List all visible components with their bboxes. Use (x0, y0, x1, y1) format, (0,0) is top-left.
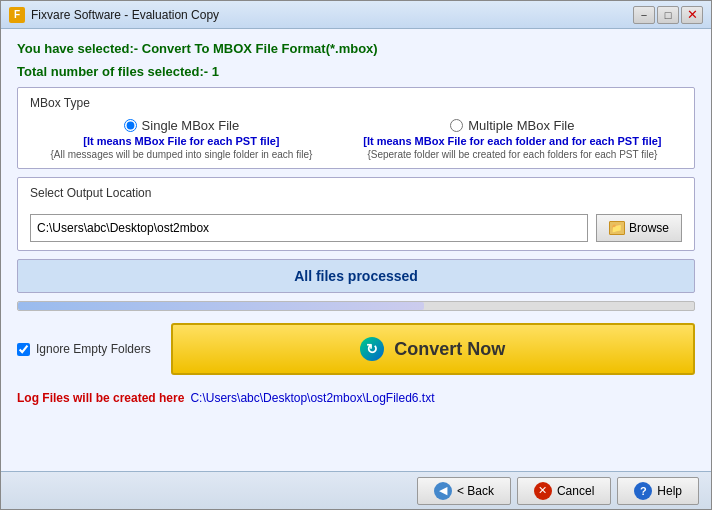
status-text: All files processed (294, 268, 418, 284)
log-section: Log Files will be created here C:\Users\… (17, 387, 695, 409)
progress-bar-fill (18, 302, 424, 310)
browse-label: Browse (629, 221, 669, 235)
close-button[interactable]: ✕ (681, 6, 703, 24)
status-bar: All files processed (17, 259, 695, 293)
single-mbox-radio[interactable] (124, 119, 137, 132)
cancel-label: Cancel (557, 484, 594, 498)
window-title: Fixvare Software - Evaluation Copy (31, 8, 633, 22)
ignore-empty-folders-label: Ignore Empty Folders (36, 342, 151, 356)
main-window: F Fixvare Software - Evaluation Copy − □… (0, 0, 712, 510)
minimize-button[interactable]: − (633, 6, 655, 24)
help-label: Help (657, 484, 682, 498)
actions-row: Ignore Empty Folders ↻ Convert Now (17, 319, 695, 379)
app-icon: F (9, 7, 25, 23)
main-content: You have selected:- Convert To MBOX File… (1, 29, 711, 471)
multiple-mbox-radio[interactable] (450, 119, 463, 132)
mbox-type-section: MBox Type Single MBox File [It means MBo… (17, 87, 695, 169)
title-bar: F Fixvare Software - Evaluation Copy − □… (1, 1, 711, 29)
log-path-link[interactable]: C:\Users\abc\Desktop\ost2mbox\LogFiled6.… (190, 391, 434, 405)
help-icon: ? (634, 482, 652, 500)
output-location-title: Select Output Location (30, 186, 682, 200)
single-mbox-subdesc: {All messages will be dumped into single… (50, 149, 312, 160)
single-mbox-row: Single MBox File (124, 118, 240, 133)
file-count-line: Total number of files selected:- 1 (17, 64, 695, 79)
convert-now-label: Convert Now (394, 339, 505, 360)
single-mbox-label: Single MBox File (142, 118, 240, 133)
cancel-icon: ✕ (534, 482, 552, 500)
multiple-mbox-desc: [It means MBox File for each folder and … (363, 135, 661, 147)
folder-icon: 📁 (609, 221, 625, 235)
convert-now-button[interactable]: ↻ Convert Now (171, 323, 695, 375)
single-mbox-group: Single MBox File [It means MBox File for… (50, 118, 312, 160)
output-row: 📁 Browse (30, 214, 682, 242)
ignore-empty-folders-checkbox[interactable] (17, 343, 30, 356)
log-prefix: Log Files will be created here (17, 391, 184, 405)
multiple-mbox-subdesc: {Seperate folder will be created for eac… (367, 149, 657, 160)
back-icon: ◀ (434, 482, 452, 500)
multiple-mbox-group: Multiple MBox File [It means MBox File f… (363, 118, 661, 160)
single-mbox-desc: [It means MBox File for each PST file] (83, 135, 279, 147)
cancel-button[interactable]: ✕ Cancel (517, 477, 611, 505)
multiple-mbox-label: Multiple MBox File (468, 118, 574, 133)
convert-icon: ↻ (360, 337, 384, 361)
maximize-button[interactable]: □ (657, 6, 679, 24)
help-button[interactable]: ? Help (617, 477, 699, 505)
output-location-section: Select Output Location 📁 Browse (17, 177, 695, 251)
title-bar-buttons: − □ ✕ (633, 6, 703, 24)
mbox-type-options: Single MBox File [It means MBox File for… (30, 118, 682, 160)
progress-bar-container (17, 301, 695, 311)
multiple-mbox-row: Multiple MBox File (450, 118, 574, 133)
output-path-input[interactable] (30, 214, 588, 242)
mbox-type-title: MBox Type (30, 96, 682, 110)
selected-format-line: You have selected:- Convert To MBOX File… (17, 41, 695, 56)
ignore-empty-folders-row: Ignore Empty Folders (17, 342, 151, 356)
bottom-bar: ◀ < Back ✕ Cancel ? Help (1, 471, 711, 509)
back-button[interactable]: ◀ < Back (417, 477, 511, 505)
browse-button[interactable]: 📁 Browse (596, 214, 682, 242)
back-label: < Back (457, 484, 494, 498)
